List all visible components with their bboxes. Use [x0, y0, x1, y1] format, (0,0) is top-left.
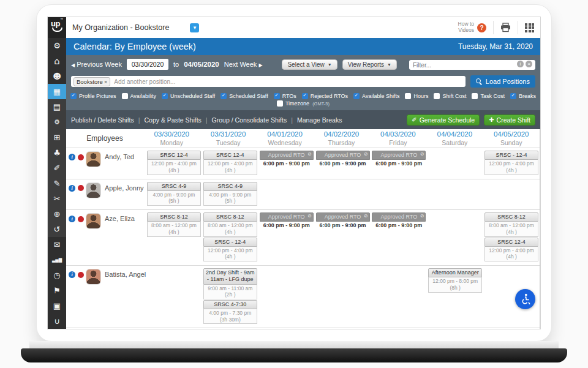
- toggle-task-cost[interactable]: Task Cost: [472, 93, 505, 99]
- day-cell[interactable]: Approved RTO⊘6:00 pm - 9:00 pm: [315, 151, 371, 175]
- rto-cell[interactable]: Approved RTO⊘6:00 pm - 9:00 pm: [260, 212, 314, 230]
- day-cell[interactable]: 2nd Day Shift - 9am - 11am - LFG dupe9:0…: [202, 268, 258, 324]
- grid-view-icon[interactable]: ⊞: [48, 130, 66, 145]
- toggle-availability[interactable]: Availability: [122, 93, 156, 99]
- view-reports-button[interactable]: View Reports▼: [342, 59, 397, 70]
- print-icon[interactable]: [500, 23, 511, 32]
- shapes-icon[interactable]: ♣: [48, 145, 66, 160]
- info-icon[interactable]: i: [69, 216, 75, 222]
- briefcase-icon[interactable]: ▣: [48, 298, 66, 314]
- day-cell[interactable]: SRSC 8-128:00 am - 12:00 pm (4h )SRSC 12…: [483, 212, 540, 261]
- position-field[interactable]: Bookstore× Add another position...: [71, 76, 466, 87]
- shift-cell[interactable]: SRSC 12-412:00 pm - 4:00 pm (4h ): [203, 151, 257, 175]
- rto-cell[interactable]: Approved RTO⊘6:00 pm - 9:00 pm: [372, 212, 426, 230]
- shift-cell[interactable]: SRSC - 12-412:00 pm - 4:00 pm (4h ): [484, 151, 538, 175]
- select-view-button[interactable]: Select a View▼: [282, 59, 337, 70]
- day-cell[interactable]: [315, 268, 371, 324]
- toggle-rtos[interactable]: RTOs: [274, 93, 296, 99]
- day-cell[interactable]: [146, 268, 202, 324]
- info-icon[interactable]: i: [69, 185, 75, 192]
- day-cell[interactable]: SRSC 8-128:00 am - 12:00 pm (4h ): [146, 212, 202, 261]
- info-icon[interactable]: i: [69, 154, 75, 160]
- day-cell[interactable]: [258, 268, 315, 324]
- magic-wand-icon[interactable]: ✐: [48, 160, 66, 176]
- apps-grid-icon[interactable]: [525, 23, 534, 32]
- magnet-icon[interactable]: ∪: [48, 314, 66, 329]
- start-date-input[interactable]: [127, 59, 168, 70]
- shift-cell[interactable]: SRSC 4-94:00 pm - 9:00 pm (5h ): [147, 182, 201, 206]
- day-cell[interactable]: Approved RTO⊘6:00 pm - 9:00 pm: [258, 212, 315, 261]
- day-cell[interactable]: [483, 182, 540, 206]
- shift-cell[interactable]: SRSC 4-7:304:00 pm - 7:30 pm (3h 30m): [203, 300, 257, 325]
- shift-cell[interactable]: SRSC 12-412:00 pm - 4:00 pm (4h ): [484, 238, 538, 262]
- shift-cell[interactable]: SRSC 8-128:00 am - 12:00 pm (4h ): [147, 212, 201, 237]
- schedule-settings-icon[interactable]: ⚙: [48, 115, 66, 130]
- shift-planning-icon[interactable]: ▤: [48, 99, 66, 115]
- calendar-icon[interactable]: ▦: [48, 84, 66, 99]
- help-icon[interactable]: ?: [477, 23, 486, 32]
- how-to-videos-link[interactable]: How to Videos: [458, 21, 474, 34]
- rto-cell[interactable]: Approved RTO⊘6:00 pm - 9:00 pm: [316, 212, 370, 230]
- filter-clear-icon[interactable]: ×: [526, 61, 532, 67]
- info-icon[interactable]: i: [69, 271, 75, 278]
- shift-cell[interactable]: SRSC 8-128:00 am - 12:00 pm (4h ): [484, 212, 538, 237]
- messages-icon[interactable]: ✉: [48, 237, 66, 252]
- toggle-rejected-rtos[interactable]: Rejected RTOs: [302, 93, 348, 99]
- day-cell[interactable]: SRSC 4-94:00 pm - 9:00 pm (5h ): [202, 182, 258, 206]
- rto-cell[interactable]: Approved RTO⊘6:00 pm - 9:00 pm: [372, 151, 426, 168]
- toggle-timezone[interactable]: Timezone(GMT-5): [277, 100, 330, 107]
- day-cell[interactable]: [427, 212, 483, 261]
- toggle-shift-cost[interactable]: Shift Cost: [434, 93, 466, 99]
- day-cell[interactable]: Approved RTO⊘6:00 pm - 9:00 pm: [371, 151, 427, 175]
- day-cell[interactable]: SRSC - 12-412:00 pm - 4:00 pm (4h ): [483, 151, 540, 175]
- day-cell[interactable]: [427, 151, 483, 175]
- day-cell[interactable]: Approved RTO⊘6:00 pm - 9:00 pm: [371, 212, 427, 261]
- day-cell[interactable]: SRSC 8-128:00 am - 12:00 pm (4h )SRSC - …: [202, 212, 258, 261]
- toggle-scheduled-staff[interactable]: Scheduled Staff: [221, 93, 268, 99]
- generate-schedule-button[interactable]: ✐Generate Schedule: [407, 115, 480, 126]
- history-icon[interactable]: ↺: [48, 222, 66, 237]
- org-selector[interactable]: My Organization - Bookstore: [72, 23, 169, 32]
- remove-tag-icon[interactable]: ×: [104, 78, 108, 85]
- rto-cell[interactable]: Approved RTO⊘6:00 pm - 9:00 pm: [260, 151, 314, 168]
- action-link-publish-delete-shifts[interactable]: Publish / Delete Shifts: [71, 116, 134, 124]
- day-cell[interactable]: [371, 268, 427, 324]
- toggle-unscheduled-staff[interactable]: Unscheduled Staff: [162, 93, 215, 99]
- unlink-icon[interactable]: ✂: [48, 191, 66, 206]
- add-circle-icon[interactable]: ⊕: [48, 206, 66, 222]
- settings-gear-icon[interactable]: ⚙: [48, 38, 66, 53]
- day-cell[interactable]: [427, 182, 483, 206]
- day-cell[interactable]: [315, 182, 371, 206]
- toggle-profile-pictures[interactable]: Profile Pictures: [70, 93, 116, 99]
- toggle-breaks[interactable]: Breaks: [510, 93, 536, 99]
- shift-cell[interactable]: SRSC 4-94:00 pm - 9:00 pm (5h ): [203, 182, 257, 206]
- action-link-copy-paste-shifts[interactable]: Copy & Paste Shifts: [144, 116, 201, 124]
- toggle-available-shifts[interactable]: Available Shifts: [353, 93, 399, 99]
- position-tag-bookstore[interactable]: Bookstore×: [74, 77, 110, 86]
- announcements-icon[interactable]: ⚑: [48, 283, 66, 298]
- rto-cell[interactable]: Approved RTO⊘6:00 pm - 9:00 pm: [316, 151, 370, 168]
- staff-icon[interactable]: ☻: [48, 69, 66, 84]
- accessibility-button[interactable]: [515, 289, 535, 309]
- time-clock-icon[interactable]: ◷: [48, 268, 66, 283]
- day-cell[interactable]: SRSC 4-94:00 pm - 9:00 pm (5h ): [146, 182, 202, 206]
- org-dropdown-caret-icon[interactable]: ▾: [190, 23, 199, 32]
- create-shift-button[interactable]: ✚Create Shift: [484, 115, 535, 126]
- action-link-manage-breaks[interactable]: Manage Breaks: [297, 116, 342, 124]
- shift-cell[interactable]: SRSC - 12-412:00 pm - 4:00 pm (4h ): [203, 238, 257, 262]
- day-cell[interactable]: [258, 182, 315, 206]
- load-positions-button[interactable]: Load Positions: [470, 75, 535, 88]
- day-cell[interactable]: Approved RTO⊘6:00 pm - 9:00 pm: [258, 151, 315, 175]
- day-cell[interactable]: Afternoon Manager12:00 pm - 8:00 pm (8h …: [427, 268, 483, 324]
- shift-cell[interactable]: SRSC 8-128:00 am - 12:00 pm (4h ): [203, 212, 257, 237]
- compose-icon[interactable]: ✎: [48, 176, 66, 191]
- home-icon[interactable]: ⌂: [48, 53, 66, 69]
- shift-cell[interactable]: SRSC 12-412:00 pm - 4:00 pm (4h ): [147, 151, 201, 175]
- app-logo[interactable]: up™: [48, 17, 66, 38]
- day-cell[interactable]: Approved RTO⊘6:00 pm - 9:00 pm: [315, 212, 371, 261]
- day-cell[interactable]: [371, 182, 427, 206]
- previous-week-button[interactable]: ◀ Previous Week: [71, 61, 122, 68]
- reports-chart-icon[interactable]: ▃▅▇: [48, 252, 66, 268]
- shift-cell[interactable]: Afternoon Manager12:00 pm - 8:00 pm (8h …: [428, 268, 482, 293]
- next-week-button[interactable]: Next Week ▶: [224, 61, 263, 68]
